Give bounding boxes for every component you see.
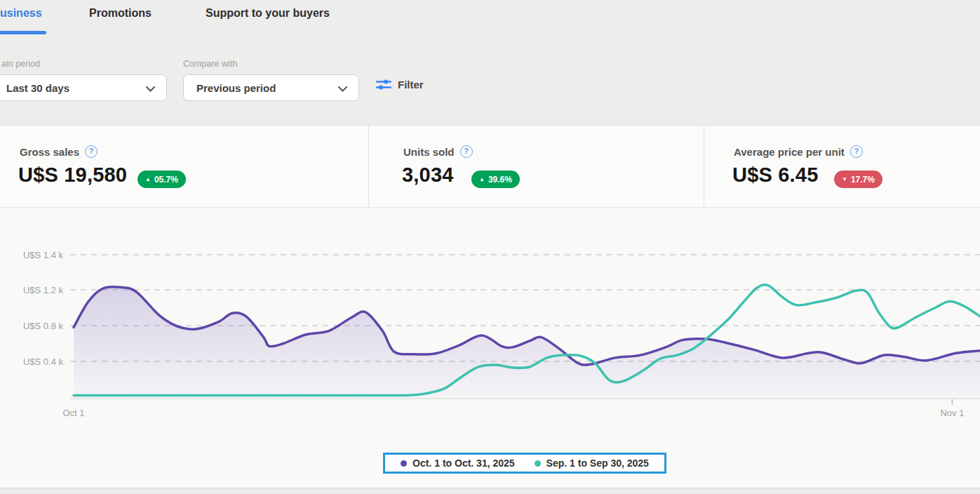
legend-item-current-period[interactable]: Oct. 1 to Oct. 31, 2025	[401, 458, 515, 469]
teal-series-dot-icon	[535, 460, 541, 467]
units-sold-delta-badge: 39.6%	[471, 171, 520, 188]
help-icon[interactable]	[460, 145, 473, 158]
svg-text:U$S 1.2 k: U$S 1.2 k	[23, 285, 64, 295]
legend-item-previous-period[interactable]: Sep. 1 to Sep 30, 2025	[535, 458, 649, 469]
filter-button[interactable]: Filter	[376, 79, 424, 91]
tab-promotions[interactable]: Promotions	[89, 7, 152, 20]
svg-text:U$S 1.4 k: U$S 1.4 k	[23, 250, 64, 260]
help-icon[interactable]	[850, 145, 863, 158]
units-sold-value: 3,034	[402, 163, 454, 187]
purple-series-dot-icon	[401, 460, 407, 467]
main-period-value: Last 30 days	[6, 82, 69, 94]
svg-text:Nov 1: Nov 1	[940, 408, 964, 418]
chevron-down-icon	[146, 86, 155, 92]
help-icon[interactable]	[85, 145, 98, 158]
kpi-divider	[368, 126, 369, 207]
sales-area-chart[interactable]: U$S 1.4 kU$S 1.2 kU$S 0.8 kU$S 0.4 kOct …	[0, 238, 980, 427]
units-sold-label: Units sold	[403, 145, 473, 158]
tab-support-label: Support to your buyers	[206, 7, 330, 19]
avg-price-delta-badge: 17.7%	[834, 171, 882, 188]
gross-sales-label: Gross sales	[20, 145, 98, 158]
tab-business-label: usiness	[0, 7, 42, 19]
compare-with-value: Previous period	[196, 82, 276, 94]
legend-previous-label: Sep. 1 to Sep 30, 2025	[546, 458, 649, 469]
filter-button-label: Filter	[398, 79, 424, 91]
svg-text:Oct 1: Oct 1	[62, 408, 84, 418]
gross-sales-value: U$S 19,580	[18, 163, 127, 187]
kpi-divider	[704, 126, 704, 207]
chevron-down-icon	[338, 86, 347, 92]
sliders-icon	[376, 79, 391, 91]
seller-analytics-page: usiness Promotions Support to your buyer…	[0, 0, 980, 494]
svg-text:U$S 0.4 k: U$S 0.4 k	[23, 356, 64, 367]
avg-price-value: U$S 6.45	[732, 163, 819, 187]
main-period-select[interactable]: Last 30 days	[0, 74, 167, 101]
active-tab-underline	[0, 31, 46, 34]
tab-business[interactable]: usiness	[0, 7, 42, 20]
compare-with-select[interactable]: Previous period	[183, 74, 359, 101]
kpi-section: Gross sales U$S 19,580 05.7% Units sold …	[0, 126, 980, 208]
main-period-label: ain period	[1, 59, 40, 69]
avg-price-label: Average price per unit	[734, 145, 863, 158]
svg-text:U$S 0.8 k: U$S 0.8 k	[23, 321, 64, 331]
compare-with-label: Compare with	[183, 59, 237, 69]
report-panel: Gross sales U$S 19,580 05.7% Units sold …	[0, 125, 980, 494]
tab-support-to-buyers[interactable]: Support to your buyers	[206, 7, 330, 20]
legend-current-label: Oct. 1 to Oct. 31, 2025	[412, 458, 515, 469]
gross-sales-delta-badge: 05.7%	[137, 171, 186, 188]
tab-promotions-label: Promotions	[89, 7, 152, 19]
chart-legend[interactable]: Oct. 1 to Oct. 31, 2025 Sep. 1 to Sep 30…	[383, 453, 666, 474]
bottom-divider	[0, 488, 980, 494]
